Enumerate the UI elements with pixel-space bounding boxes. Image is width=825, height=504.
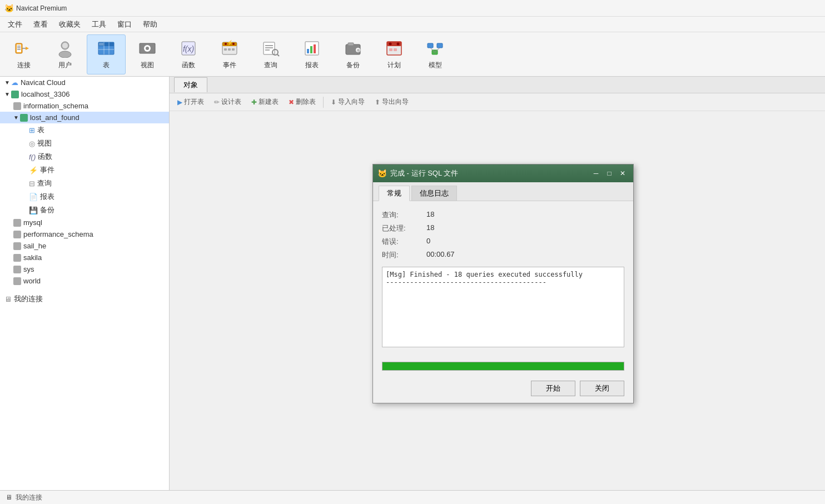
sidebar-events[interactable]: ⚡ 事件 <box>0 163 169 177</box>
sidebar-performance-schema[interactable]: performance_schema <box>0 228 169 240</box>
toolbar-func[interactable]: f(x) 函数 <box>169 34 208 74</box>
sidebar-sys[interactable]: sys <box>0 263 169 275</box>
sidebar-backups[interactable]: 💾 备份 <box>0 203 169 217</box>
menu-favorites[interactable]: 收藏夹 <box>53 17 86 32</box>
query-label: 查询: <box>382 210 426 220</box>
btn-import-wizard[interactable]: ⬇ 导入向导 <box>326 96 369 108</box>
status-bar: 🖥 我的连接 <box>0 490 825 504</box>
dialog-tab-general[interactable]: 常规 <box>379 186 410 201</box>
toolbar-view[interactable]: 视图 <box>128 34 167 74</box>
sidebar-mysql[interactable]: mysql <box>0 217 169 228</box>
svg-point-24 <box>232 43 235 45</box>
toolbar-view-label: 视图 <box>141 61 154 70</box>
dialog-stats: 查询: 18 已处理: 18 错误: 0 时间: 00:00.67 <box>382 210 624 260</box>
toolbar-event[interactable]: ⚡ 事件 <box>210 34 249 74</box>
toolbar-user[interactable]: 用户 <box>46 34 85 74</box>
toolbar-user-label: 用户 <box>58 61 72 70</box>
menu-view[interactable]: 查看 <box>28 17 53 32</box>
toolbar-model[interactable]: 模型 <box>416 34 455 74</box>
svg-rect-48 <box>394 48 397 51</box>
sakila-label: sakila <box>23 253 42 262</box>
open-table-icon: ▶ <box>177 98 182 106</box>
lost-found-label: lost_and_found <box>30 113 79 122</box>
content-tabs: 对象 <box>170 77 825 93</box>
sql-run-dialog: 🐱 完成 - 运行 SQL 文件 ─ □ ✕ 常规 信息日志 查询: 18 已处… <box>372 164 634 403</box>
sidebar-reports[interactable]: 📄 报表 <box>0 190 169 203</box>
dialog-tab-log[interactable]: 信息日志 <box>411 186 457 201</box>
performance-schema-label: performance_schema <box>23 230 93 238</box>
sail-he-label: sail_he <box>23 242 46 250</box>
functions-icon: f() <box>29 153 36 161</box>
btn-open-table[interactable]: ▶ 打开表 <box>173 96 208 108</box>
svg-point-9 <box>62 43 68 48</box>
main-toolbar: 连接 用户 表 <box>0 32 825 77</box>
svg-rect-50 <box>437 43 443 48</box>
sidebar-lost-and-found[interactable]: ▼ lost_and_found <box>0 112 169 123</box>
sidebar-queries[interactable]: ⊟ 查询 <box>0 177 169 190</box>
toolbar-table[interactable]: 表 <box>87 34 126 74</box>
backups-label: 备份 <box>40 205 54 215</box>
toolbar-connect[interactable]: 连接 <box>4 34 43 74</box>
sidebar-views[interactable]: ◎ 视图 <box>0 137 169 150</box>
backups-icon: 💾 <box>29 206 38 214</box>
svg-rect-3 <box>17 47 21 48</box>
my-connection-label: 我的连接 <box>14 294 43 304</box>
dialog-close-button[interactable]: 关闭 <box>580 381 624 396</box>
menu-file[interactable]: 文件 <box>2 17 28 32</box>
dialog-start-button[interactable]: 开始 <box>531 381 575 396</box>
sidebar-sakila[interactable]: sakila <box>0 252 169 263</box>
sidebar-tables[interactable]: ⊞ 表 <box>0 123 169 137</box>
sidebar-sail-he[interactable]: sail_he <box>0 240 169 252</box>
btn-design-table[interactable]: ✏ 设计表 <box>210 96 246 108</box>
my-connection-icon: 🖥 <box>4 295 12 303</box>
mysql-icon <box>13 219 21 227</box>
toolbar-connect-label: 连接 <box>17 61 31 70</box>
events-label: 事件 <box>40 165 54 175</box>
dialog-maximize-btn[interactable]: □ <box>603 167 615 179</box>
backup-icon: ⊕ <box>343 38 363 58</box>
processed-label: 已处理: <box>382 223 426 233</box>
sidebar-my-connection[interactable]: 🖥 我的连接 <box>0 292 169 306</box>
export-wizard-label: 导出向导 <box>382 97 409 107</box>
dialog-progress-fill <box>382 362 624 370</box>
time-label: 时间: <box>382 250 426 260</box>
toolbar-query[interactable]: 查询 <box>251 34 290 74</box>
toolbar-report[interactable]: 报表 <box>292 34 331 74</box>
svg-point-45 <box>389 43 392 46</box>
model-icon <box>425 38 445 58</box>
sidebar-information-schema[interactable]: information_schema <box>0 100 169 112</box>
toolbar-backup[interactable]: ⊕ 备份 <box>334 34 372 74</box>
sidebar-navicat-cloud[interactable]: ▼ ☁ Navicat Cloud <box>0 77 169 88</box>
btn-new-table[interactable]: ✚ 新建表 <box>247 96 283 108</box>
dialog-close-btn[interactable]: ✕ <box>617 167 629 179</box>
dialog-title-text: 完成 - 运行 SQL 文件 <box>390 168 589 178</box>
design-table-icon: ✏ <box>214 98 220 106</box>
svg-rect-49 <box>428 43 433 48</box>
dialog-minimize-btn[interactable]: ─ <box>590 167 602 179</box>
svg-text:⊕: ⊕ <box>356 48 360 53</box>
toolbar-separator <box>323 97 324 108</box>
btn-export-wizard[interactable]: ⬆ 导出向导 <box>370 96 413 108</box>
error-label: 错误: <box>382 237 426 247</box>
menu-tools[interactable]: 工具 <box>86 17 112 32</box>
sidebar-functions[interactable]: f() 函数 <box>0 150 169 163</box>
error-value: 0 <box>426 237 430 247</box>
information-schema-label: information_schema <box>23 102 88 110</box>
cloud-label: Navicat Cloud <box>21 78 66 87</box>
sidebar-world[interactable]: world <box>0 275 169 287</box>
svg-rect-27 <box>232 48 235 51</box>
dialog-title-bar: 🐱 完成 - 运行 SQL 文件 ─ □ ✕ <box>373 164 633 182</box>
menu-window[interactable]: 窗口 <box>112 17 137 32</box>
toolbar-plan-label: 计划 <box>387 61 401 70</box>
sidebar-localhost[interactable]: ▼ localhost_3306 <box>0 88 169 100</box>
view-icon <box>137 38 157 58</box>
sail-he-icon <box>13 242 21 250</box>
events-icon: ⚡ <box>29 166 38 174</box>
menu-bar: 文件 查看 收藏夹 工具 窗口 帮助 <box>0 17 825 32</box>
toolbar-model-label: 模型 <box>429 61 442 70</box>
toolbar-plan[interactable]: 计划 <box>375 34 414 74</box>
menu-help[interactable]: 帮助 <box>137 17 163 32</box>
svg-rect-4 <box>17 49 21 50</box>
btn-delete-table[interactable]: ✖ 删除表 <box>284 96 320 108</box>
tab-object[interactable]: 对象 <box>174 77 207 92</box>
